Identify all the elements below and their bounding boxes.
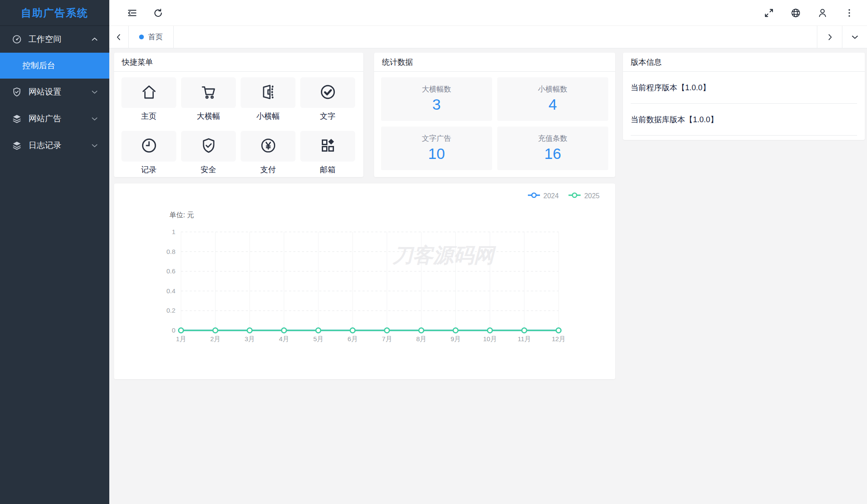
quick-item-label: 大横幅 [181,111,236,121]
check-circle-icon [319,83,337,103]
layers-icon [11,113,22,124]
svg-text:3月: 3月 [245,335,254,342]
svg-text:10月: 10月 [483,335,497,342]
tabs-scroll-left-icon[interactable] [109,26,128,48]
sidebar-subitem-0[interactable]: 控制后台 [0,53,109,79]
sidebar: 自助广告系统 工作空间控制后台网站设置网站广告日志记录 [0,0,109,504]
svg-text:6月: 6月 [348,335,358,342]
apps-icon [319,136,337,156]
quick-menu-card: 快捷菜单 主页大横幅小横幅文字记录安全支付邮箱 [114,53,363,177]
legend-label: 2024 [543,192,559,200]
svg-text:0.6: 0.6 [166,267,175,275]
stat-label: 文字广告 [381,133,492,143]
topbar [109,0,867,26]
sidebar-item-label: 日志记录 [29,140,90,151]
stat-label: 充值条数 [497,133,608,143]
version-card: 版本信息 当前程序版本【1.0.0】当前数据库版本【1.0.0】 [623,53,865,140]
stat-tile-0: 大横幅数3 [381,77,492,121]
svg-text:0.8: 0.8 [166,248,175,255]
topbar-left [127,7,164,19]
globe-icon[interactable] [790,7,801,19]
tabs-scroll-right-icon[interactable] [817,26,842,48]
version-row-0: 当前程序版本【1.0.0】 [631,72,857,104]
chart-card: 00.20.40.60.811月2月3月4月5月6月7月8月9月10月11月12… [114,184,615,379]
quick-item-3[interactable]: 文字 [300,77,355,121]
quick-tile [300,77,355,108]
active-tab-dot [139,35,144,39]
svg-text:1月: 1月 [176,335,186,342]
sidebar-item-3[interactable]: 日志记录 [0,132,109,159]
clock-icon [140,136,158,156]
quick-tile [181,77,236,108]
home-icon [140,83,158,103]
stat-tile-1: 小横幅数4 [497,77,608,121]
svg-text:11月: 11月 [518,335,531,342]
tabbar: 首页 [109,26,867,48]
version-row-1: 当前数据库版本【1.0.0】 [631,104,857,136]
svg-text:0.4: 0.4 [166,287,175,295]
stats-grid: 大横幅数3小横幅数4文字广告10充值条数16 [374,72,615,170]
shield-icon [200,136,218,156]
quick-item-1[interactable]: 大横幅 [181,77,236,121]
sidebar-submenu: 控制后台 [0,53,109,79]
stat-value: 3 [381,96,492,113]
svg-text:9月: 9月 [451,335,460,342]
svg-text:0.2: 0.2 [166,307,175,314]
version-list: 当前程序版本【1.0.0】当前数据库版本【1.0.0】 [623,72,865,136]
sidebar-item-label: 工作空间 [29,34,90,45]
sidebar-item-0[interactable]: 工作空间 [0,26,109,53]
banner-icon [259,83,277,103]
svg-text:1: 1 [172,228,175,235]
svg-text:12月: 12月 [552,335,565,342]
svg-text:7月: 7月 [382,335,392,342]
quick-tile [121,131,176,162]
fullscreen-icon[interactable] [763,7,775,19]
menu-fold-icon[interactable] [127,7,138,19]
stat-label: 小横幅数 [497,84,608,94]
user-icon[interactable] [817,7,828,19]
quick-item-label: 记录 [121,165,176,175]
legend-item-2024[interactable]: 2024 [527,192,559,200]
stat-value: 4 [497,96,608,113]
sidebar-item-1[interactable]: 网站设置 [0,79,109,105]
version-title: 版本信息 [623,53,865,72]
quick-menu-title: 快捷菜单 [114,53,363,72]
content: 快捷菜单 主页大横幅小横幅文字记录安全支付邮箱 统计数据 大横幅数3小横幅数4文… [109,48,867,504]
tab-home-label: 首页 [148,32,163,42]
shield-check-icon [11,86,22,98]
svg-text:单位: 元: 单位: 元 [169,211,194,219]
sidebar-item-label: 网站设置 [29,86,90,98]
chevron-up-icon [90,35,99,44]
tabs-menu-chevron-down-icon[interactable] [842,26,867,48]
tabbar-spacer [174,26,817,48]
quick-tile [241,131,295,162]
legend-label: 2025 [584,192,600,200]
quick-tile [121,77,176,108]
quick-item-7[interactable]: 邮箱 [300,131,355,175]
legend-marker-icon [568,192,581,200]
quick-tile [181,131,236,162]
quick-item-2[interactable]: 小横幅 [241,77,295,121]
more-vertical-icon[interactable] [844,7,855,19]
quick-item-label: 邮箱 [300,165,355,175]
svg-text:5月: 5月 [313,335,323,342]
quick-item-5[interactable]: 安全 [181,131,236,175]
stat-tile-3: 充值条数16 [497,127,608,170]
tab-home[interactable]: 首页 [128,26,174,48]
cart-icon [200,83,218,103]
quick-item-4[interactable]: 记录 [121,131,176,175]
quick-item-label: 小横幅 [241,111,295,121]
refresh-icon[interactable] [152,7,164,19]
sidebar-item-2[interactable]: 网站广告 [0,105,109,132]
quick-item-6[interactable]: 支付 [241,131,295,175]
legend-item-2025[interactable]: 2025 [568,192,600,200]
stat-label: 大横幅数 [381,84,492,94]
stats-title: 统计数据 [374,53,615,72]
quick-item-label: 文字 [300,111,355,121]
quick-tile [241,77,295,108]
sidebar-item-label: 网站广告 [29,113,90,124]
layers-icon [11,140,22,151]
yen-circle-icon [259,136,277,156]
quick-item-0[interactable]: 主页 [121,77,176,121]
quick-item-label: 支付 [241,165,295,175]
